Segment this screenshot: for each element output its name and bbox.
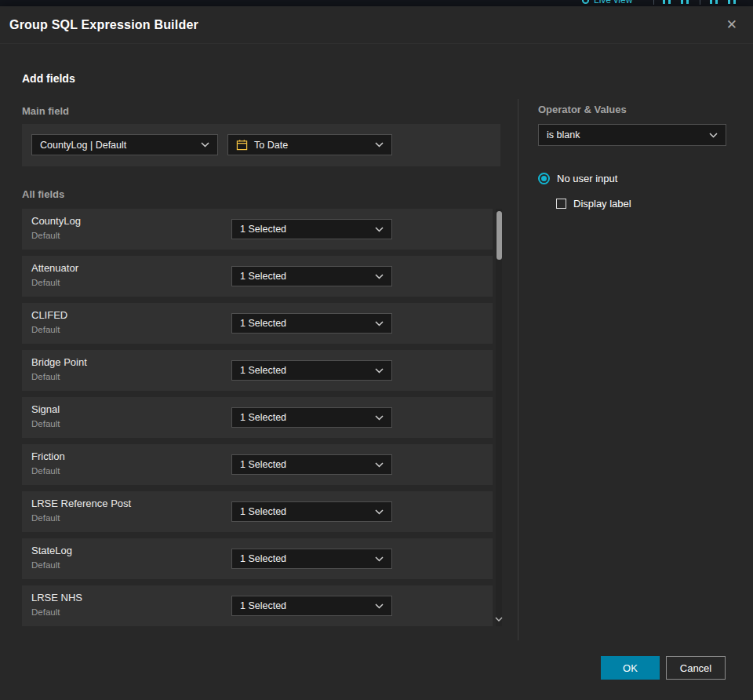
chevron-down-icon [375,142,384,148]
layout-panes-icon[interactable] [710,0,718,4]
chevron-down-icon [375,274,384,279]
field-row: LRSE Reference Post Default 1 Selected [22,491,493,532]
operator-select-value: is blank [547,129,580,140]
live-view-icon [582,0,589,4]
field-row: Bridge Point Default 1 Selected [22,350,493,391]
field-name: CountyLog [31,215,81,227]
operator-values-heading: Operator & Values [538,104,627,115]
field-values-select[interactable]: 1 Selected [231,313,392,334]
field-values-select[interactable]: 1 Selected [231,549,392,569]
field-count-label: 1 Selected [240,506,286,517]
field-name: Bridge Point [31,356,87,368]
column-divider [518,99,518,640]
field-values-select[interactable]: 1 Selected [231,454,392,475]
field-subtitle: Default [31,325,60,334]
background-app-strip: Live view [0,0,753,6]
field-row: CLIFED Default 1 Selected [22,303,493,344]
chevron-down-icon [375,603,384,609]
chevron-down-icon [709,133,718,138]
display-label-checkbox[interactable] [556,199,566,209]
cancel-button[interactable]: Cancel [666,656,726,680]
toolbar-separator [700,0,700,5]
field-name: Friction [31,450,65,462]
field-values-select[interactable]: 1 Selected [231,266,392,286]
group-sql-expression-builder-dialog: Group SQL Expression Builder ✕ Add field… [0,6,753,700]
field-count-label: 1 Selected [240,459,286,470]
scrollbar-thumb[interactable] [497,211,502,260]
dialog-title: Group SQL Expression Builder [9,18,198,32]
main-date-select-value: To Date [254,140,288,151]
field-values-select[interactable]: 1 Selected [231,407,392,428]
field-count-label: 1 Selected [240,271,286,282]
ok-button[interactable]: OK [601,656,660,680]
scrollbar-down-icon[interactable] [495,611,503,625]
field-row: StateLog Default 1 Selected [22,538,493,579]
screen: Live view Group SQL Expression Builder ✕… [0,0,753,700]
operator-select[interactable]: is blank [538,124,726,146]
field-subtitle: Default [31,231,60,240]
main-date-select[interactable]: To Date [227,134,392,155]
dialog-header: Group SQL Expression Builder ✕ [0,6,753,44]
all-fields-rows: CountyLog Default 1 Selected Attenuator … [22,209,493,633]
add-fields-heading: Add fields [22,72,75,85]
no-user-input-label: No user input [557,173,617,184]
display-label-option: Display label [556,198,631,210]
no-user-input-option: No user input [538,173,617,184]
main-field-select[interactable]: CountyLog | Default [31,134,218,155]
calendar-icon [236,139,248,151]
field-subtitle: Default [31,419,60,428]
no-user-input-radio[interactable] [538,173,550,184]
field-subtitle: Default [31,278,60,287]
field-count-label: 1 Selected [240,365,286,376]
field-count-label: 1 Selected [240,412,286,423]
field-subtitle: Default [31,560,60,570]
chevron-down-icon [201,142,209,148]
field-count-label: 1 Selected [240,553,286,564]
chevron-down-icon [375,415,384,421]
chevron-down-icon [375,509,384,515]
background-toolbar: Live view [0,0,753,6]
field-subtitle: Default [31,513,60,523]
field-subtitle: Default [31,466,60,476]
layout-panes-icon[interactable] [681,0,689,4]
all-fields-label: All fields [22,188,64,200]
field-name: Signal [31,403,60,415]
field-name: CLIFED [31,309,67,321]
field-count-label: 1 Selected [240,318,286,329]
main-field-select-value: CountyLog | Default [40,140,126,151]
field-count-label: 1 Selected [240,600,286,611]
field-values-select[interactable]: 1 Selected [231,501,392,522]
field-name: StateLog [31,545,72,556]
all-fields-list: CountyLog Default 1 Selected Attenuator … [22,209,502,626]
field-row: Attenuator Default 1 Selected [22,256,493,297]
close-icon[interactable]: ✕ [723,15,740,35]
field-name: Attenuator [31,262,78,274]
layout-panes-icon[interactable] [728,0,736,4]
live-view-toggle[interactable]: Live view [582,0,632,5]
field-values-select[interactable]: 1 Selected [231,360,392,381]
field-row: CountyLog Default 1 Selected [22,209,493,250]
field-subtitle: Default [31,607,60,617]
main-field-label: Main field [22,105,69,117]
scrollbar-track[interactable] [496,209,502,626]
chevron-down-icon [375,227,384,232]
field-row: Friction Default 1 Selected [22,444,493,485]
radio-selected-dot [541,176,547,181]
field-name: LRSE Reference Post [31,498,131,509]
field-row: LRSE NHS Default 1 Selected [22,585,493,626]
display-label-text: Display label [573,198,631,210]
chevron-down-icon [375,556,384,562]
live-view-label: Live view [594,0,632,5]
toolbar-separator [653,0,654,5]
main-field-panel: CountyLog | Default To Date [22,124,500,166]
chevron-down-icon [375,321,384,326]
field-values-select[interactable]: 1 Selected [231,219,392,239]
chevron-down-icon [375,462,384,468]
field-name: LRSE NHS [31,592,82,603]
field-count-label: 1 Selected [240,224,286,235]
chevron-down-icon [375,368,384,374]
field-row: Signal Default 1 Selected [22,397,493,438]
layout-panes-icon[interactable] [663,0,671,4]
field-subtitle: Default [31,372,60,381]
field-values-select[interactable]: 1 Selected [231,596,392,616]
